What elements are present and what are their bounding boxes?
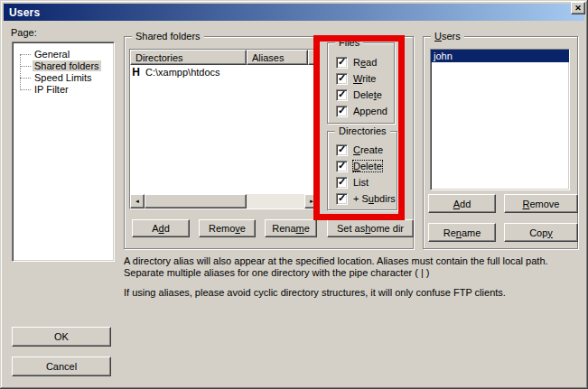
column-header-directories[interactable]: Directories [130, 50, 247, 65]
check-icon: ✓ [338, 106, 346, 116]
tree-item-label: Shared folders [33, 60, 101, 71]
users-list: john [430, 49, 570, 190]
close-button[interactable]: ✕ [571, 2, 585, 14]
list-body: H C:\xampp\htdocs [130, 65, 319, 194]
remove-user-button[interactable]: Remove [504, 194, 578, 213]
set-home-dir-button[interactable]: Set as home dir [327, 219, 414, 237]
tree-item-label: General [33, 49, 71, 60]
checkbox-label: List [353, 177, 369, 188]
files-group: Files ✓ Read ✓ Write ✓ Delete ✓ Append [327, 42, 395, 124]
column-header-filler [308, 50, 319, 65]
checkbox-write[interactable]: ✓ Write [336, 72, 376, 85]
check-icon: ✓ [338, 89, 346, 99]
users-group: Users john [423, 36, 578, 249]
tree-item-speed-limits[interactable]: Speed Limits [20, 72, 114, 84]
scroll-right-icon: ► [309, 199, 314, 204]
column-header-aliases[interactable]: Aliases [247, 50, 308, 65]
checkbox-label: Append [353, 106, 387, 116]
cancel-button[interactable]: Cancel [12, 357, 111, 376]
ok-button[interactable]: OK [12, 327, 111, 347]
scroll-left-button[interactable]: ◄ [130, 194, 145, 208]
check-icon: ✓ [338, 144, 346, 154]
check-icon: ✓ [338, 73, 346, 83]
tree-item-label: IP Filter [33, 84, 70, 95]
checkbox-box: ✓ [336, 177, 348, 189]
checkbox-box: ✓ [336, 193, 348, 205]
list-header: Directories Aliases [130, 50, 319, 65]
rename-user-button[interactable]: Rename [428, 223, 496, 242]
home-marker: H [130, 66, 142, 79]
checkbox-append[interactable]: ✓ Append [336, 105, 387, 117]
scroll-thumb[interactable] [145, 194, 247, 208]
checkbox-box: ✓ [336, 161, 348, 172]
checkbox-label: Create [353, 144, 383, 155]
scroll-left-icon: ◄ [135, 199, 140, 204]
users-legend: Users [431, 31, 464, 42]
tree-item-label: Speed Limits [33, 72, 94, 83]
alias-note: A directory alias will also appear at th… [124, 255, 588, 279]
checkbox-label: Write [353, 73, 376, 84]
checkbox-box: ✓ [336, 89, 348, 101]
checkbox-label: + Subdirs [353, 193, 396, 204]
tree-item-general[interactable]: General [20, 49, 114, 60]
page-label: Page: [11, 27, 37, 38]
checkbox-box: ✓ [336, 73, 348, 85]
checkbox-read[interactable]: ✓ Read [336, 56, 377, 69]
copy-user-button[interactable]: Copy [504, 223, 578, 242]
checkbox-label: Delete [353, 161, 382, 171]
shared-folders-legend: Shared folders [132, 31, 204, 42]
check-icon: ✓ [338, 161, 346, 171]
remove-folder-button[interactable]: Remove [199, 219, 256, 237]
scroll-right-button[interactable]: ► [304, 194, 319, 208]
directories-legend: Directories [335, 125, 390, 136]
window-title: Users [9, 6, 40, 19]
users-dialog: Users ✕ Page: General Shared folders Spe… [0, 0, 588, 389]
directories-list: Directories Aliases H C:\xampp\htdocs ◄ … [129, 49, 320, 209]
add-folder-button[interactable]: Add [132, 219, 190, 237]
checkbox-box: ✓ [336, 106, 348, 117]
tree-item-ip-filter[interactable]: IP Filter [20, 84, 114, 96]
checkbox-delete-dir[interactable]: ✓ Delete [336, 160, 382, 172]
title-bar: Users [4, 4, 584, 21]
check-icon: ✓ [338, 57, 346, 67]
checkbox-subdirs[interactable]: ✓ + Subdirs [336, 192, 396, 205]
cyclic-note: If using aliases, please avoid cyclic di… [124, 287, 588, 299]
add-user-button[interactable]: Add [428, 194, 496, 213]
checkbox-create[interactable]: ✓ Create [336, 144, 383, 156]
user-row-john[interactable]: john [431, 50, 569, 62]
check-icon: ✓ [338, 193, 346, 203]
tree-item-shared-folders[interactable]: Shared folders [20, 60, 114, 72]
directory-row[interactable]: H C:\xampp\htdocs [130, 65, 319, 79]
alias-notes: A directory alias will also appear at th… [124, 255, 588, 307]
page-tree: General Shared folders Speed Limits IP F… [12, 42, 115, 262]
files-legend: Files [335, 37, 363, 48]
checkbox-list[interactable]: ✓ List [336, 176, 369, 189]
checkbox-label: Delete [353, 89, 382, 100]
rename-folder-button[interactable]: Rename [265, 219, 317, 237]
close-icon: ✕ [574, 5, 582, 13]
checkbox-delete-file[interactable]: ✓ Delete [336, 88, 382, 101]
h-scrollbar[interactable]: ◄ ► [130, 194, 319, 208]
check-icon: ✓ [338, 177, 346, 187]
scroll-track[interactable] [145, 194, 304, 208]
checkbox-box: ✓ [336, 144, 348, 156]
directory-path: C:\xampp\htdocs [142, 67, 220, 78]
checkbox-box: ✓ [336, 57, 348, 69]
checkbox-label: Read [353, 57, 377, 68]
directories-group: Directories ✓ Create ✓ Delete ✓ List ✓ +… [327, 131, 397, 210]
